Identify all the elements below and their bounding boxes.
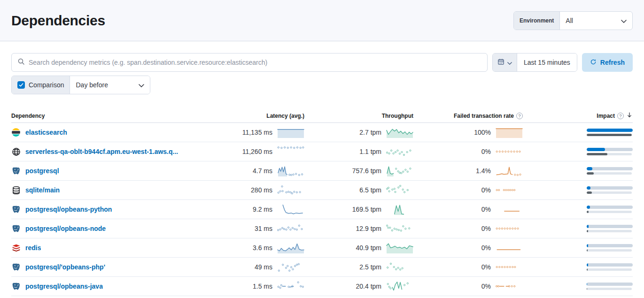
impact-bar-previous-fill <box>587 172 594 175</box>
toolbar: Last 15 minutes Refresh <box>0 41 644 72</box>
environment-filter: Environment All <box>513 11 633 30</box>
page-title: Dependencies <box>11 13 105 29</box>
failed-rate-value: 0% <box>481 283 491 290</box>
dependencies-table: Dependency Latency (avg.) Throughput Fai… <box>0 109 644 296</box>
impact-cell <box>523 225 633 232</box>
failed-rate-sparkline <box>496 126 523 138</box>
dependency-link[interactable]: elasticsearch <box>25 129 67 136</box>
latency-value: 1.5 ms <box>253 283 272 290</box>
throughput-value: 1.1 tpm <box>359 148 381 155</box>
environment-select[interactable]: All <box>560 12 632 30</box>
latency-value: 3.6 ms <box>253 244 272 252</box>
impact-bars <box>587 244 633 252</box>
refresh-icon <box>590 59 597 67</box>
table-row: postgresql/opbeans-java 1.5 ms 20.4 tpm … <box>11 277 633 296</box>
latency-value: 11,135 ms <box>242 129 272 136</box>
dependency-table-body: elasticsearch 11,135 ms 2.7 tpm 100% ser… <box>11 123 633 296</box>
impact-bar-current <box>587 283 633 286</box>
impact-bar-previous-fill <box>587 134 632 136</box>
failed-rate-sparkline <box>496 165 523 177</box>
comparison-label: Comparison <box>29 81 64 89</box>
failed-rate-value: 0% <box>481 186 491 194</box>
dependency-link[interactable]: postgresql/opbeans-python <box>25 206 112 213</box>
impact-bar-previous <box>587 211 632 213</box>
column-header-throughput[interactable]: Throughput <box>304 113 413 119</box>
throughput-sparkline <box>386 222 413 235</box>
dependency-cell: redis <box>11 243 225 252</box>
latency-value: 31 ms <box>255 225 272 232</box>
table-row: redis 3.6 ms 40.9 tpm 0% <box>11 238 633 258</box>
failed-rate-cell: 0% <box>413 222 523 235</box>
dependency-link[interactable]: serverless-qa-oblt-b944cf.apm.eu-west-1.… <box>25 148 178 155</box>
failed-rate-sparkline <box>496 184 523 196</box>
impact-bars <box>587 283 633 290</box>
impact-cell <box>523 283 633 290</box>
impact-bar-current-fill <box>587 186 590 190</box>
latency-value: 4.7 ms <box>253 167 272 175</box>
impact-bar-previous-fill <box>587 191 592 194</box>
column-header-latency[interactable]: Latency (avg.) <box>225 113 304 119</box>
impact-cell <box>523 186 633 194</box>
throughput-value: 169.5 tpm <box>352 206 381 213</box>
latency-cell: 9.2 ms <box>225 203 304 215</box>
throughput-sparkline <box>386 126 413 138</box>
column-header-dependency: Dependency <box>11 113 225 119</box>
impact-bar-previous <box>587 230 632 232</box>
impact-cell <box>523 148 633 155</box>
failed-rate-cell: 0% <box>413 242 523 254</box>
search-icon <box>17 58 25 67</box>
time-range-value[interactable]: Last 15 minutes <box>517 53 577 71</box>
comparison-select[interactable]: Day before <box>70 76 150 94</box>
failed-rate-sparkline <box>496 222 523 235</box>
dependency-link[interactable]: postgresql <box>25 167 59 175</box>
dependency-link[interactable]: postgresql/opbeans-java <box>25 283 103 290</box>
latency-cell: 4.7 ms <box>225 165 304 177</box>
time-quick-select[interactable] <box>493 53 517 71</box>
impact-bar-previous <box>587 288 632 290</box>
search-input[interactable] <box>29 59 481 66</box>
throughput-cell: 20.4 tpm <box>304 280 413 292</box>
impact-bar-current-fill <box>587 263 588 267</box>
dependency-link[interactable]: sqlite/main <box>25 186 60 194</box>
refresh-button[interactable]: Refresh <box>582 53 633 72</box>
table-row: elasticsearch 11,135 ms 2.7 tpm 100% <box>11 123 633 142</box>
table-row: postgresql/opbeans-python 9.2 ms 169.5 t… <box>11 200 633 219</box>
latency-sparkline <box>277 184 304 196</box>
impact-bar-previous-fill <box>587 230 588 232</box>
dependency-cell: postgresql/'opbeans-php' <box>11 262 225 272</box>
dependency-cell: sqlite/main <box>11 185 225 195</box>
failed-rate-value: 0% <box>481 244 491 252</box>
postgresql-icon <box>11 166 21 176</box>
impact-bar-current-fill <box>587 244 588 247</box>
impact-bars <box>587 225 633 232</box>
dependency-link[interactable]: postgresql/opbeans-node <box>25 225 106 232</box>
time-picker: Last 15 minutes <box>492 53 577 72</box>
latency-value: 9.2 ms <box>253 206 272 213</box>
latency-cell: 3.6 ms <box>225 242 304 254</box>
column-header-failed-rate[interactable]: Failed transaction rate <box>413 113 523 119</box>
throughput-cell: 40.9 tpm <box>304 242 413 254</box>
postgresql-icon <box>11 282 21 291</box>
latency-sparkline <box>277 203 304 215</box>
chevron-down-icon <box>139 81 144 89</box>
comparison-selected-value: Day before <box>76 81 108 89</box>
impact-bar-current-fill <box>587 206 590 209</box>
failed-rate-sparkline <box>496 242 523 254</box>
column-header-impact[interactable]: Impact <box>523 112 633 120</box>
table-header-row: Dependency Latency (avg.) Throughput Fai… <box>11 109 633 123</box>
environment-filter-label: Environment <box>514 12 560 30</box>
failed-rate-cell: 0% <box>413 184 523 196</box>
failed-rate-cell: 100% <box>413 126 523 138</box>
impact-bars <box>587 148 633 155</box>
impact-bar-previous-fill <box>587 288 587 290</box>
question-in-circle-icon <box>516 113 523 119</box>
impact-bars <box>587 206 633 213</box>
dependency-link[interactable]: postgresql/'opbeans-php' <box>25 263 105 271</box>
comparison-checkbox[interactable] <box>17 81 25 89</box>
dependency-link[interactable]: redis <box>25 244 41 252</box>
throughput-cell: 757.6 tpm <box>304 165 413 177</box>
failed-rate-cell: 0% <box>413 203 523 215</box>
failed-rate-sparkline <box>496 280 523 292</box>
table-row: postgresql 4.7 ms 757.6 tpm 1.4% <box>11 161 633 181</box>
impact-bar-previous <box>587 191 632 194</box>
